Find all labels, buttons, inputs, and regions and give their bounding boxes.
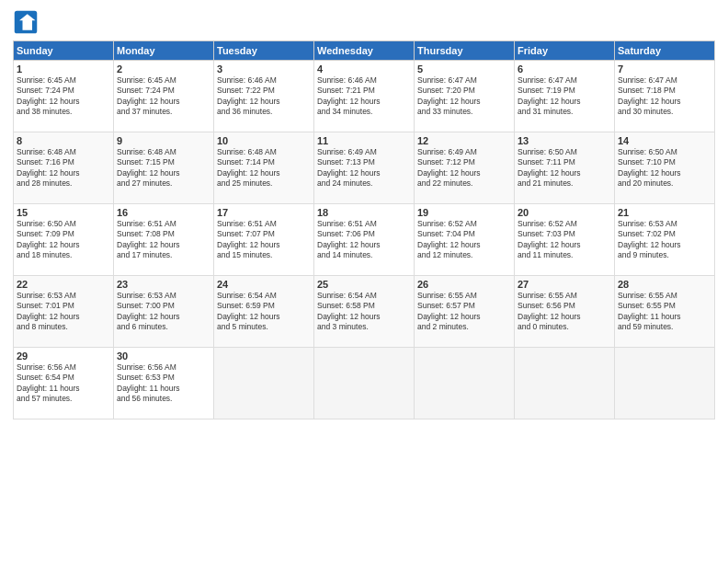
col-header-monday: Monday	[114, 41, 214, 61]
day-13: 13Sunrise: 6:50 AMSunset: 7:11 PMDayligh…	[515, 132, 615, 204]
day-30: 30Sunrise: 6:56 AMSunset: 6:53 PMDayligh…	[114, 348, 214, 419]
day-9: 9Sunrise: 6:48 AMSunset: 7:15 PMDaylight…	[114, 132, 214, 204]
day-6: 6Sunrise: 6:47 AMSunset: 7:19 PMDaylight…	[515, 61, 615, 132]
day-14: 14Sunrise: 6:50 AMSunset: 7:10 PMDayligh…	[615, 132, 715, 204]
day-2: 2Sunrise: 6:45 AMSunset: 7:24 PMDaylight…	[114, 61, 214, 132]
day-15: 15Sunrise: 6:50 AMSunset: 7:09 PMDayligh…	[14, 204, 114, 276]
day-16: 16Sunrise: 6:51 AMSunset: 7:08 PMDayligh…	[114, 204, 214, 276]
day-5: 5Sunrise: 6:47 AMSunset: 7:20 PMDaylight…	[415, 61, 515, 132]
col-header-friday: Friday	[515, 41, 615, 61]
empty-cell-w4c4	[415, 348, 515, 419]
col-header-saturday: Saturday	[615, 41, 715, 61]
empty-cell-w4c3	[314, 348, 415, 419]
week-row-1: 1Sunrise: 6:45 AMSunset: 7:24 PMDaylight…	[14, 61, 715, 132]
week-row-4: 22Sunrise: 6:53 AMSunset: 7:01 PMDayligh…	[14, 276, 715, 348]
logo	[13, 9, 42, 35]
day-4: 4Sunrise: 6:46 AMSunset: 7:21 PMDaylight…	[314, 61, 415, 132]
day-17: 17Sunrise: 6:51 AMSunset: 7:07 PMDayligh…	[214, 204, 314, 276]
logo-icon	[13, 9, 39, 35]
day-28: 28Sunrise: 6:55 AMSunset: 6:55 PMDayligh…	[615, 276, 715, 348]
week-row-3: 15Sunrise: 6:50 AMSunset: 7:09 PMDayligh…	[14, 204, 715, 276]
day-26: 26Sunrise: 6:55 AMSunset: 6:57 PMDayligh…	[415, 276, 515, 348]
day-11: 11Sunrise: 6:49 AMSunset: 7:13 PMDayligh…	[314, 132, 415, 204]
week-row-5: 29Sunrise: 6:56 AMSunset: 6:54 PMDayligh…	[14, 348, 715, 419]
day-27: 27Sunrise: 6:55 AMSunset: 6:56 PMDayligh…	[515, 276, 615, 348]
empty-cell-w4c6	[615, 348, 715, 419]
day-25: 25Sunrise: 6:54 AMSunset: 6:58 PMDayligh…	[314, 276, 415, 348]
col-header-wednesday: Wednesday	[314, 41, 415, 61]
day-18: 18Sunrise: 6:51 AMSunset: 7:06 PMDayligh…	[314, 204, 415, 276]
day-22: 22Sunrise: 6:53 AMSunset: 7:01 PMDayligh…	[14, 276, 114, 348]
day-10: 10Sunrise: 6:48 AMSunset: 7:14 PMDayligh…	[214, 132, 314, 204]
col-header-thursday: Thursday	[415, 41, 515, 61]
day-23: 23Sunrise: 6:53 AMSunset: 7:00 PMDayligh…	[114, 276, 214, 348]
empty-cell-w4c5	[515, 348, 615, 419]
day-7: 7Sunrise: 6:47 AMSunset: 7:18 PMDaylight…	[615, 61, 715, 132]
day-24: 24Sunrise: 6:54 AMSunset: 6:59 PMDayligh…	[214, 276, 314, 348]
calendar-table: SundayMondayTuesdayWednesdayThursdayFrid…	[13, 40, 715, 419]
day-3: 3Sunrise: 6:46 AMSunset: 7:22 PMDaylight…	[214, 61, 314, 132]
day-1: 1Sunrise: 6:45 AMSunset: 7:24 PMDaylight…	[14, 61, 114, 132]
week-row-2: 8Sunrise: 6:48 AMSunset: 7:16 PMDaylight…	[14, 132, 715, 204]
day-20: 20Sunrise: 6:52 AMSunset: 7:03 PMDayligh…	[515, 204, 615, 276]
day-19: 19Sunrise: 6:52 AMSunset: 7:04 PMDayligh…	[415, 204, 515, 276]
day-12: 12Sunrise: 6:49 AMSunset: 7:12 PMDayligh…	[415, 132, 515, 204]
empty-cell-w4c2	[214, 348, 314, 419]
col-header-sunday: Sunday	[14, 41, 114, 61]
day-8: 8Sunrise: 6:48 AMSunset: 7:16 PMDaylight…	[14, 132, 114, 204]
day-21: 21Sunrise: 6:53 AMSunset: 7:02 PMDayligh…	[615, 204, 715, 276]
col-header-tuesday: Tuesday	[214, 41, 314, 61]
page-header	[13, 9, 715, 35]
day-29: 29Sunrise: 6:56 AMSunset: 6:54 PMDayligh…	[14, 348, 114, 419]
header-row: SundayMondayTuesdayWednesdayThursdayFrid…	[14, 41, 715, 61]
